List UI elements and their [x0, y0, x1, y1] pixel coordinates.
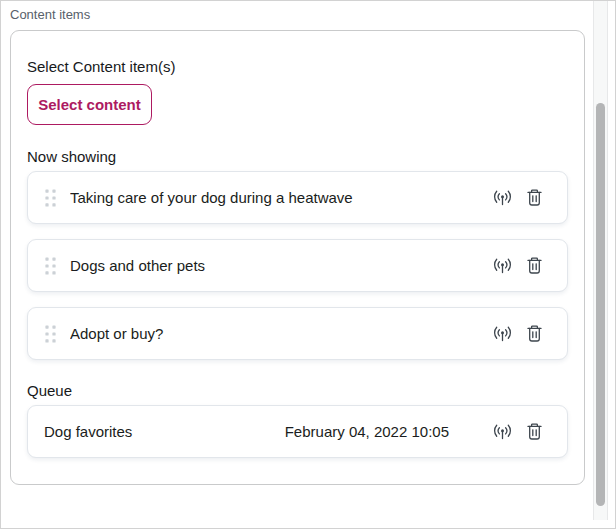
- vertical-scrollbar[interactable]: [593, 1, 608, 520]
- now-showing-list: Taking care of your dog during a heatwav…: [27, 171, 568, 360]
- trash-icon[interactable]: [526, 256, 543, 275]
- content-item-title: Dog favorites: [44, 423, 285, 440]
- drag-handle-icon[interactable]: [45, 189, 56, 207]
- content-items-panel: Select Content item(s) Select content No…: [10, 30, 585, 485]
- now-showing-row: Taking care of your dog during a heatwav…: [27, 171, 568, 224]
- now-showing-row: Adopt or buy?: [27, 307, 568, 360]
- scrollbar-thumb[interactable]: [596, 103, 605, 506]
- broadcast-icon[interactable]: [492, 326, 513, 342]
- queue-row: Dog favorites February 04, 2022 10:05: [27, 405, 568, 458]
- now-showing-row: Dogs and other pets: [27, 239, 568, 292]
- select-content-items-label: Select Content item(s): [27, 57, 568, 76]
- content-item-title: Adopt or buy?: [70, 325, 492, 342]
- queue-list: Dog favorites February 04, 2022 10:05: [27, 405, 568, 458]
- content-items-section-label: Content items: [10, 7, 90, 22]
- drag-handle-icon[interactable]: [45, 325, 56, 343]
- broadcast-icon[interactable]: [492, 190, 513, 206]
- drag-handle-icon[interactable]: [45, 257, 56, 275]
- broadcast-icon[interactable]: [492, 424, 513, 440]
- queue-label: Queue: [27, 381, 568, 400]
- content-item-title: Taking care of your dog during a heatwav…: [70, 189, 492, 206]
- broadcast-icon[interactable]: [492, 258, 513, 274]
- trash-icon[interactable]: [526, 188, 543, 207]
- trash-icon[interactable]: [526, 422, 543, 441]
- trash-icon[interactable]: [526, 324, 543, 343]
- scheduled-timestamp: February 04, 2022 10:05: [285, 423, 449, 440]
- now-showing-label: Now showing: [27, 147, 568, 166]
- content-item-title: Dogs and other pets: [70, 257, 492, 274]
- select-content-button[interactable]: Select content: [27, 84, 152, 125]
